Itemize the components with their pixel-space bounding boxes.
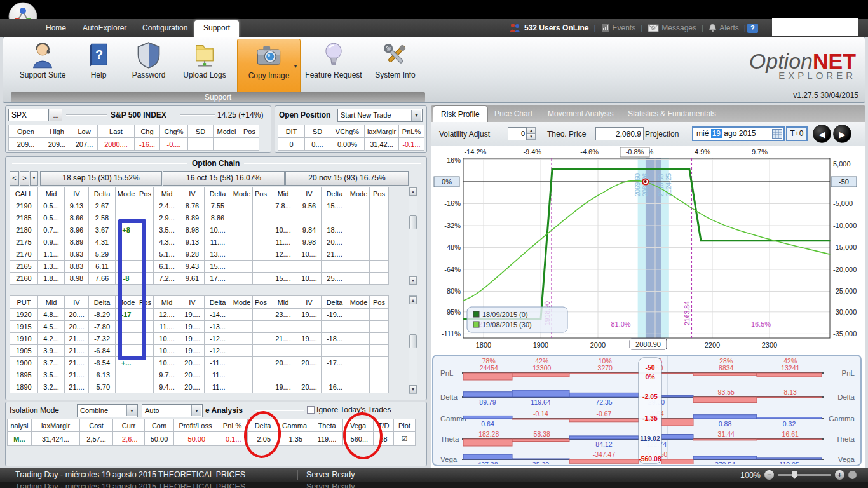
spin-up-icon[interactable]: ▲ [527,127,536,133]
option-cell[interactable]: 3.9... [38,345,65,357]
option-cell[interactable]: 8.89 [180,212,205,224]
option-cell[interactable]: 15.... [269,273,297,285]
option-cell[interactable] [322,321,348,333]
events-button[interactable]: Events [601,24,636,32]
option-cell[interactable] [297,369,322,381]
help-icon[interactable]: ? [747,24,758,33]
option-cell[interactable] [269,261,297,273]
option-cell[interactable]: 19.... [297,333,322,345]
option-cell[interactable]: -6.13 [89,369,116,381]
option-cell[interactable]: 11.... [205,236,231,248]
option-cell[interactable]: 4.5... [38,321,65,333]
help-button[interactable]: ? Help [77,40,120,90]
option-cell[interactable] [231,200,253,212]
feature-request-button[interactable]: Feature Request [302,40,365,90]
chevron-down-icon[interactable]: ▼ [191,405,201,416]
menu-configuration[interactable]: Configuration [133,19,196,37]
option-cell[interactable]: 12.... [154,309,180,321]
menu-autoexplorer[interactable]: AutoExplorer [74,19,135,37]
option-cell[interactable] [348,369,370,381]
option-cell[interactable] [348,309,370,321]
option-cell[interactable]: 7.55 [205,200,231,212]
option-cell[interactable] [253,224,269,236]
option-cell[interactable]: -17... [322,357,348,369]
option-cell[interactable]: 6.11 [89,261,116,273]
chevron-down-icon[interactable]: ▼ [126,405,137,416]
ignore-trades-checkbox[interactable]: Ignore Today's Trades [307,405,391,414]
option-cell[interactable]: 9.98 [297,236,322,248]
option-cell[interactable] [253,369,269,381]
option-cell[interactable]: 20.... [65,309,89,321]
strike-cell[interactable]: 1905 [10,345,38,357]
option-cell[interactable]: 0.9... [38,236,65,248]
strike-cell[interactable]: 1900 [10,357,38,369]
option-cell[interactable] [348,236,370,248]
projection-next-button[interactable]: ▶ [833,125,851,143]
scroll-up-icon[interactable]: ▲ [409,296,417,304]
option-cell[interactable] [253,212,269,224]
scroll-down-icon[interactable]: ▼ [409,276,417,285]
option-cell[interactable] [231,309,253,321]
option-cell[interactable] [370,212,389,224]
strike-cell[interactable]: 1920 [10,309,38,321]
option-cell[interactable] [370,261,389,273]
option-cell[interactable]: 4.8... [38,309,65,321]
option-cell[interactable] [269,345,297,357]
option-cell[interactable]: 3.7... [38,357,65,369]
tab-risk-profile[interactable]: Risk Profile [433,105,488,122]
tab-price-chart[interactable]: Price Chart [487,105,540,122]
option-cell[interactable] [137,236,154,248]
volatility-spinner[interactable]: 0 ▲▼ [508,127,536,140]
option-cell[interactable] [116,261,137,273]
open-position-dropdown[interactable]: Start New Trade ▼ [337,109,423,122]
option-cell[interactable]: 12.... [269,248,297,261]
option-cell[interactable] [370,321,389,333]
option-cell[interactable] [137,369,154,381]
option-cell[interactable]: -17 [116,309,137,321]
option-cell[interactable]: 9.84 [297,224,322,236]
option-cell[interactable]: -12... [205,333,231,345]
option-cell[interactable]: 19.... [180,321,205,333]
option-cell[interactable] [231,273,253,285]
option-cell[interactable]: 3.5... [38,369,65,381]
chain-expand-button[interactable]: ▼ [30,171,38,186]
option-cell[interactable]: 21.... [269,333,297,345]
option-cell[interactable]: 10.... [154,333,180,345]
option-cell[interactable] [231,248,253,261]
option-cell[interactable] [231,212,253,224]
option-cell[interactable] [370,357,389,369]
option-cell[interactable] [253,357,269,369]
option-cell[interactable]: +8 [116,224,137,236]
option-cell[interactable] [269,321,297,333]
support-suite-button[interactable]: Support Suite [12,40,73,90]
option-cell[interactable] [231,224,253,236]
option-cell[interactable] [253,261,269,273]
option-cell[interactable]: 9.13 [65,200,89,212]
option-cell[interactable] [370,224,389,236]
option-cell[interactable]: 1.3... [38,261,65,273]
option-cell[interactable]: 9.61 [180,273,205,285]
option-cell[interactable]: 7.8... [269,200,297,212]
option-cell[interactable]: 21.... [65,357,89,369]
option-cell[interactable] [137,212,154,224]
date-day-selected[interactable]: 19 [711,129,722,138]
option-cell[interactable]: 20.... [297,357,322,369]
option-cell[interactable] [231,357,253,369]
strike-cell[interactable]: 2190 [10,200,38,212]
option-cell[interactable]: 5.29 [89,248,116,261]
option-cell[interactable] [370,236,389,248]
option-cell[interactable]: 10.... [154,357,180,369]
spin-down-icon[interactable]: ▼ [527,133,536,140]
strike-cell[interactable]: 2170 [10,248,38,261]
calendar-icon[interactable] [772,129,782,139]
option-cell[interactable]: 3.2... [38,381,65,393]
puts-scrollbar[interactable]: ▲ ▼ [409,295,417,394]
option-cell[interactable]: 2.4... [154,200,180,212]
option-cell[interactable] [348,224,370,236]
option-cell[interactable]: 8.86 [205,212,231,224]
option-cell[interactable]: 21.... [65,381,89,393]
option-cell[interactable] [348,321,370,333]
password-button[interactable]: Password [124,40,173,90]
option-cell[interactable] [116,381,137,393]
option-cell[interactable]: 2.67 [89,200,116,212]
